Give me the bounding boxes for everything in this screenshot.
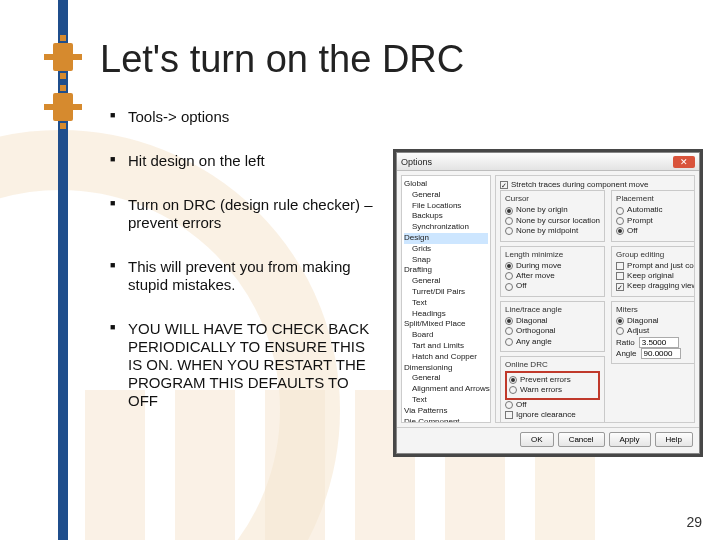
drc-option-off[interactable]: Off — [505, 400, 600, 410]
group-title: Placement — [616, 194, 695, 203]
line-angle-group: Line/trace angle Diagonal Orthogonal Any… — [500, 301, 605, 352]
tree-node[interactable]: Hatch and Copper — [404, 352, 488, 363]
tree-node[interactable]: General — [404, 276, 488, 287]
miter-ratio-label: Ratio — [616, 338, 635, 347]
slide: Let's turn on the DRC Tools-> options Hi… — [0, 0, 720, 540]
tree-node[interactable]: Via Patterns — [404, 406, 488, 417]
tree-node[interactable]: Grids — [404, 244, 488, 255]
placement-option[interactable]: Prompt — [616, 216, 695, 226]
drc-option-ignore[interactable]: Ignore clearance — [505, 410, 600, 420]
options-dialog: Options ✕ GlobalGeneralFile LocationsBac… — [396, 152, 700, 454]
miter-option[interactable]: Diagonal — [616, 316, 695, 326]
placement-option[interactable]: Off — [616, 226, 695, 236]
tree-node[interactable]: Board — [404, 330, 488, 341]
bullet-item: Tools-> options — [110, 108, 380, 126]
dialog-title: Options — [401, 157, 673, 167]
tree-node[interactable]: Snap — [404, 255, 488, 266]
close-icon[interactable]: ✕ — [673, 156, 695, 168]
group-edit-option[interactable]: Prompt and just connect — [616, 261, 695, 271]
cursor-group: Cursor None by origin None by cursor loc… — [500, 190, 605, 241]
stretch-traces-label: Stretch traces during component move — [511, 180, 648, 190]
bullet-item: Hit design on the left — [110, 152, 380, 170]
placement-group: Placement Automatic Prompt Off — [611, 190, 695, 241]
tree-node[interactable]: Turret/Dil Pairs — [404, 287, 488, 298]
line-angle-option[interactable]: Diagonal — [505, 316, 600, 326]
bullet-item: YOU WILL HAVE TO CHECK BACK PERIODICALLY… — [110, 320, 380, 410]
bullet-item: This will prevent you from making stupid… — [110, 258, 380, 294]
cursor-option[interactable]: None by midpoint — [505, 226, 600, 236]
tree-node[interactable]: Alignment and Arrows — [404, 384, 488, 395]
options-tree[interactable]: GlobalGeneralFile LocationsBackupsSynchr… — [401, 175, 491, 423]
tree-node[interactable]: Dimensioning — [404, 363, 488, 374]
miters-group: Miters Diagonal Adjust Ratio Angle — [611, 301, 695, 364]
online-drc-group: Online DRC Prevent errors Warn errors Of… — [500, 356, 605, 423]
slide-title: Let's turn on the DRC — [100, 38, 464, 81]
drc-option-warn[interactable]: Warn errors — [509, 385, 596, 395]
apply-button[interactable]: Apply — [609, 432, 651, 447]
dialog-button-row: OK Cancel Apply Help — [397, 427, 699, 451]
rail-ornament-icon — [48, 88, 78, 126]
group-editing-group: Group editing Prompt and just connect Ke… — [611, 246, 695, 297]
tree-node[interactable]: Tart and Limits — [404, 341, 488, 352]
length-option[interactable]: After move — [505, 271, 600, 281]
drc-highlight-box: Prevent errors Warn errors — [505, 371, 600, 400]
group-title: Online DRC — [505, 360, 600, 369]
tree-node[interactable]: Drafting — [404, 265, 488, 276]
tree-node[interactable]: File Locations — [404, 201, 488, 212]
group-title: Length minimize — [505, 250, 600, 259]
bullet-list: Tools-> options Hit design on the left T… — [110, 108, 380, 436]
cursor-option[interactable]: None by origin — [505, 205, 600, 215]
ok-button[interactable]: OK — [520, 432, 554, 447]
length-option[interactable]: During move — [505, 261, 600, 271]
placement-option[interactable]: Automatic — [616, 205, 695, 215]
miter-angle-input[interactable] — [641, 348, 681, 359]
page-number: 29 — [686, 514, 702, 530]
tree-node[interactable]: Split/Mixed Place — [404, 319, 488, 330]
group-title: Miters — [616, 305, 695, 314]
miter-angle-label: Angle — [616, 349, 636, 358]
tree-node[interactable]: Text — [404, 395, 488, 406]
options-page-design: Stretch traces during component move Cur… — [495, 175, 695, 423]
group-edit-option[interactable]: Keep original — [616, 271, 695, 281]
group-title: Line/trace angle — [505, 305, 600, 314]
tree-node[interactable]: Die Component — [404, 417, 488, 423]
tree-node[interactable]: Backups — [404, 211, 488, 222]
group-edit-option[interactable]: Keep dragging view — [616, 281, 695, 291]
miter-option[interactable]: Adjust — [616, 326, 695, 336]
tree-node[interactable]: General — [404, 373, 488, 384]
tree-node[interactable]: Global — [404, 179, 488, 190]
length-option[interactable]: Off — [505, 281, 600, 291]
stretch-traces-checkbox[interactable]: Stretch traces during component move — [500, 180, 690, 190]
group-title: Group editing — [616, 250, 695, 259]
line-angle-option[interactable]: Any angle — [505, 337, 600, 347]
tree-node[interactable]: Design — [404, 233, 488, 244]
cursor-option[interactable]: None by cursor location — [505, 216, 600, 226]
miter-ratio-input[interactable] — [639, 337, 679, 348]
tree-node[interactable]: General — [404, 190, 488, 201]
left-rail — [58, 0, 68, 540]
length-minimize-group: Length minimize During move After move O… — [500, 246, 605, 297]
rail-ornament-icon — [48, 38, 78, 76]
tree-node[interactable]: Synchronization — [404, 222, 488, 233]
tree-node[interactable]: Headings — [404, 309, 488, 320]
line-angle-option[interactable]: Orthogonal — [505, 326, 600, 336]
bullet-item: Turn on DRC (design rule checker) – prev… — [110, 196, 380, 232]
cancel-button[interactable]: Cancel — [558, 432, 605, 447]
tree-node[interactable]: Text — [404, 298, 488, 309]
drc-option-prevent[interactable]: Prevent errors — [509, 375, 596, 385]
help-button[interactable]: Help — [655, 432, 693, 447]
dialog-titlebar: Options ✕ — [397, 153, 699, 171]
group-title: Cursor — [505, 194, 600, 203]
